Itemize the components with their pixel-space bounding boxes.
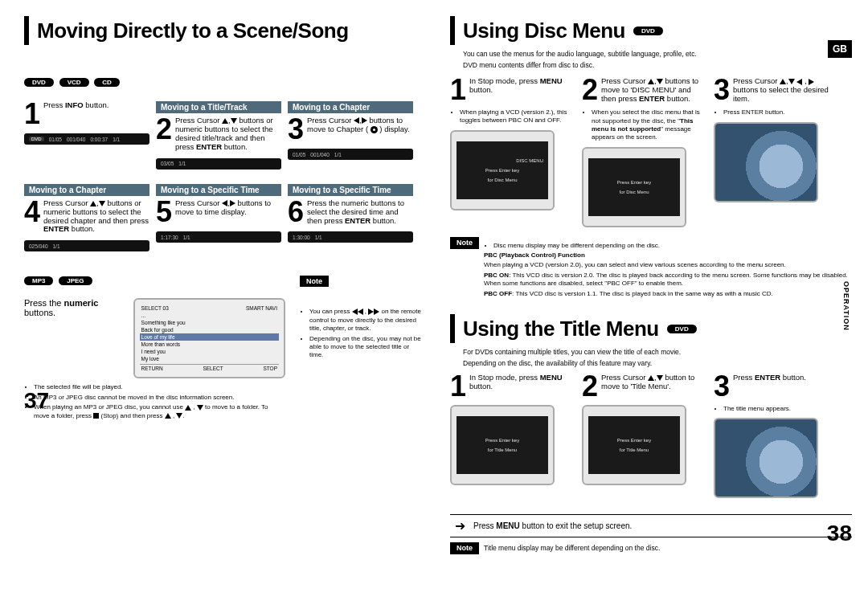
note-label: Note (300, 276, 329, 287)
mp3-row: Love of my life (140, 333, 279, 341)
discmenu-intro2: DVD menu contents differ from disc to di… (463, 61, 852, 69)
tm-tv-line: Press Enter key (485, 438, 519, 443)
tm-bul-3: The title menu appears. (714, 405, 839, 413)
badge-cd: CD (94, 78, 120, 87)
step-num: 3 (714, 77, 730, 103)
page-num-right: 38 (827, 521, 852, 546)
left-title-bar: Moving Directly to a Scene/Song (24, 16, 426, 45)
mp3-row: I need you (140, 348, 279, 355)
dm-note-lines: Disc menu display may be different depen… (484, 242, 852, 298)
badge-vcd: VCD (59, 78, 89, 87)
tm-intro1: For DVDs containing multiple titles, you… (463, 348, 852, 356)
step-1: 1 Press INFO button. DVD 01/05 001/040 0… (24, 101, 149, 170)
info-bar: 01/05 001/040 1/1 (288, 149, 413, 160)
bullet: Depending on the disc, you may not be ab… (309, 335, 424, 360)
tm-step-2: 2 Press Cursor , button to move to 'Titl… (582, 374, 707, 498)
step-num: 5 (156, 199, 172, 225)
step-header: Moving to a Specific Time (288, 184, 413, 196)
step-num: 4 (24, 199, 40, 225)
mp3-header-row: SELECT 03 SMART NAVI (140, 304, 279, 312)
badge-dvd: DVD (24, 78, 54, 87)
exit-arrow-icon: ➜ (455, 518, 465, 533)
dm-tv-line: Press Enter key (485, 168, 519, 173)
bar-val: 01/05 (49, 137, 62, 142)
bullet: You can press , on the remote control to… (309, 308, 424, 333)
dm-step-3: 3 Press Cursor , , buttons to select the… (714, 77, 839, 227)
discmenu-intro1: You can use the menus for the audio lang… (463, 50, 852, 58)
tm-note-text: Title menu display may be different depe… (484, 544, 660, 553)
discmenu-steps: 1 In Stop mode, press MENU button. When … (450, 77, 852, 227)
dm-tv-line: for Disc Menu (619, 190, 649, 194)
bullet: When playing a VCD (version 2.), this to… (460, 108, 575, 125)
step-num: 6 (288, 199, 304, 225)
bar-val: 0:00:37 (90, 137, 108, 142)
step-3: Moving to a Chapter 3 Press Cursor , but… (288, 101, 413, 170)
badge-mp3: MP3 (24, 276, 53, 285)
step-text: Press Cursor , buttons to move to Chapte… (307, 116, 413, 134)
bar-val: 025/040 (29, 243, 48, 249)
mp3-footer-btn: SELECT (203, 366, 223, 371)
step-header: Moving to a Specific Time (156, 184, 281, 196)
step-num: 2 (582, 374, 598, 399)
exit-text: Press MENU button to exit the setup scre… (473, 521, 632, 530)
step-text: Press the numeric buttons to select the … (307, 199, 413, 226)
step-num: 2 (156, 116, 172, 142)
bar-val: 03/05 (161, 161, 174, 166)
step-header: Moving to a Chapter (288, 101, 413, 113)
badge-jpeg: JPEG (59, 276, 92, 285)
step-text: In Stop mode, press MENU button. (469, 77, 575, 95)
mp3-row: More than words (140, 341, 279, 348)
title-accent (450, 314, 455, 343)
note-label: Note (450, 237, 479, 249)
note-line: Disc menu display may be different depen… (493, 242, 852, 250)
press-numeric-text: Press the numeric buttons. (24, 298, 121, 317)
titlemenu-steps: 1 In Stop mode, press MENU button. Press… (450, 374, 852, 498)
badge-dvd: DVD (633, 27, 663, 35)
titlemenu-title-bar: Using the Title Menu DVD (450, 314, 852, 343)
tm-tv-line: for Title Menu (620, 447, 649, 452)
info-bar: 03/05 1/1 (156, 158, 281, 170)
bar-val: 1/1 (183, 235, 190, 240)
step-4: Moving to a Chapter 4 Press Cursor , but… (24, 184, 149, 252)
dm-bul-2: When you select the disc menu that is no… (582, 108, 707, 142)
info-bar: 1:30:00 1/1 (288, 231, 413, 243)
info-bar: 025/040 1/1 (24, 240, 149, 251)
dm-step-2: 2 Press Cursor , buttons to move to 'DIS… (582, 77, 707, 227)
bar-val: 001/040 (67, 137, 86, 142)
tm-tv-line: for Title Menu (488, 447, 517, 452)
bullet: The selected file will be played. (34, 383, 285, 391)
step-text: Press Cursor , buttons or numeric button… (175, 116, 281, 152)
tm-tv-image (714, 418, 818, 498)
tm-tv-line: Press Enter key (617, 438, 651, 443)
dm-tv-line: for Disc Menu (487, 178, 517, 182)
tm-intro2: Depending on the disc, the availability … (463, 359, 852, 367)
dm-tv-1: DISC MENU Press Enter key for Disc Menu (450, 130, 555, 210)
bottom-bullets: The selected file will be played.An MP3 … (24, 383, 285, 420)
mp3-list-screen: SELECT 03 SMART NAVI ...Something like y… (133, 298, 285, 378)
step-num: 1 (450, 374, 466, 399)
bar-val: 1/1 (113, 137, 120, 142)
title-accent (24, 16, 29, 45)
mp3-footer-btn: STOP (263, 366, 277, 371)
dm-tv-top: DISC MENU (516, 158, 543, 163)
step-5: Moving to a Specific Time 5 Press Cursor… (156, 184, 281, 252)
mp3-footer: RETURN SELECT STOP (140, 364, 279, 372)
info-bar: 1:17:30 1/1 (156, 231, 281, 243)
dm-bul-3: Press ENTER button. (714, 108, 839, 116)
mp3-row: Back for good (140, 326, 279, 333)
page-num-left: 37 (24, 388, 49, 414)
note-line: When playing a VCD (version 2.0), you ca… (484, 261, 852, 269)
tm-step-1: 1 In Stop mode, press MENU button. Press… (450, 374, 575, 498)
step-num: 2 (582, 77, 598, 103)
title-accent (450, 16, 455, 45)
tm-tv-1: Press Enter key for Title Menu (450, 405, 555, 485)
bullet: An MP3 or JPEG disc cannot be moved in t… (34, 394, 285, 402)
step-num: 1 (24, 101, 40, 127)
mp3-row: Something like you (140, 319, 279, 326)
titlemenu-title: Using the Title Menu (463, 317, 659, 341)
mp3-footer-btn: RETURN (141, 366, 163, 371)
bar-val: 1/1 (334, 152, 342, 157)
bar-val: 1:17:30 (161, 235, 178, 240)
tm-tv-2: Press Enter key for Title Menu (582, 405, 686, 485)
step-num: 1 (450, 77, 466, 103)
